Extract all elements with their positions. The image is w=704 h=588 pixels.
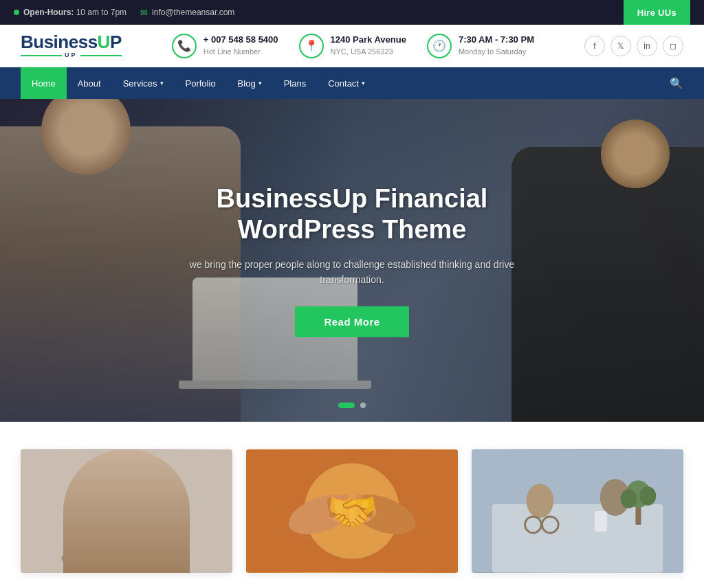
hours-dot-icon — [14, 10, 19, 15]
svg-rect-14 — [327, 497, 337, 518]
instagram-icon[interactable]: ◻ — [663, 36, 683, 56]
hero-section: BusinessUp Financial WordPress Theme we … — [0, 99, 704, 422]
linkedin-icon[interactable]: in — [637, 36, 657, 56]
nav-item-home[interactable]: Home — [21, 67, 67, 99]
svg-rect-16 — [354, 494, 363, 519]
svg-rect-8 — [89, 532, 164, 573]
svg-point-5 — [100, 460, 153, 501]
main-nav: Home About Services ▾ Porfolio Blog ▾ Pl… — [0, 67, 704, 99]
svg-point-6 — [107, 477, 146, 521]
svg-point-20 — [526, 484, 553, 518]
cards-section — [0, 422, 704, 587]
hours-contact: 🕐 7:30 AM - 7:30 PM Monday to Saturday — [427, 34, 534, 58]
social-icons: f 𝕏 in ◻ — [584, 36, 683, 56]
hero-title: BusinessUp Financial WordPress Theme — [187, 183, 517, 246]
top-bar-left: Open-Hours: 10 am to 7pm ✉ info@themeans… — [14, 8, 234, 18]
header-contacts: 📞 + 007 548 58 5400 Hot Line Number 📍 12… — [172, 34, 534, 58]
card-2 — [246, 449, 458, 573]
site-header: BusinessUP UP 📞 + 007 548 58 5400 Hot Li… — [0, 25, 704, 67]
hours-text: Open-Hours: 10 am to 7pm — [23, 8, 126, 17]
nav-links: Home About Services ▾ Porfolio Blog ▾ Pl… — [21, 67, 376, 99]
clock-icon: 🕐 — [427, 34, 452, 58]
hero-subtitle: we bring the proper people along to chal… — [187, 257, 517, 288]
card-1-svg — [21, 449, 232, 573]
contact-dropdown-icon: ▾ — [362, 80, 365, 87]
twitter-icon[interactable]: 𝕏 — [610, 36, 631, 56]
svg-rect-0 — [21, 450, 232, 573]
email-item: ✉ info@themeansar.com — [140, 8, 234, 18]
svg-rect-17 — [366, 497, 376, 518]
address-contact: 📍 1240 Park Avenue NYC, USA 256323 — [299, 34, 406, 58]
services-dropdown-icon: ▾ — [160, 80, 164, 87]
svg-rect-15 — [341, 494, 350, 519]
top-bar: Open-Hours: 10 am to 7pm ✉ info@themeans… — [0, 0, 704, 25]
facebook-icon[interactable]: f — [584, 36, 605, 56]
nav-item-portfolio[interactable]: Porfolio — [175, 67, 227, 99]
card-1-image — [21, 449, 232, 573]
svg-rect-25 — [595, 511, 607, 532]
read-more-button[interactable]: Read More — [295, 306, 408, 337]
slider-dots — [338, 403, 366, 408]
svg-point-1 — [102, 464, 151, 517]
site-logo[interactable]: BusinessUP UP — [21, 33, 122, 58]
phone-contact: 📞 + 007 548 58 5400 Hot Line Number — [172, 34, 278, 58]
card-3-svg — [472, 449, 683, 573]
nav-item-about[interactable]: About — [67, 67, 112, 99]
hire-us-button[interactable]: Hire UUs — [624, 0, 690, 25]
hours-info: 7:30 AM - 7:30 PM Monday to Saturday — [459, 34, 534, 57]
logo-sub: UP — [65, 52, 78, 58]
svg-rect-3 — [82, 545, 170, 552]
hero-content: BusinessUp Financial WordPress Theme we … — [173, 170, 531, 352]
logo-accent: U — [98, 32, 110, 52]
search-icon[interactable]: 🔍 — [670, 77, 683, 90]
svg-rect-7 — [85, 528, 167, 573]
email-text: info@themeansar.com — [152, 8, 234, 17]
address-info: 1240 Park Avenue NYC, USA 256323 — [331, 34, 406, 57]
svg-point-29 — [639, 486, 656, 506]
hours-item: Open-Hours: 10 am to 7pm — [14, 8, 126, 17]
card-1 — [21, 449, 232, 573]
card-2-svg — [246, 449, 458, 573]
svg-rect-2 — [75, 514, 177, 573]
logo-text: BusinessUP — [21, 33, 122, 51]
slider-dot-active[interactable] — [338, 403, 355, 408]
nav-item-contact[interactable]: Contact ▾ — [317, 67, 376, 99]
nav-item-plans[interactable]: Plans — [273, 67, 318, 99]
svg-rect-4 — [62, 556, 185, 561]
hero-person-right — [512, 147, 704, 422]
card-3 — [472, 449, 683, 573]
mail-icon: ✉ — [140, 8, 148, 18]
phone-icon: 📞 — [172, 34, 197, 58]
location-icon: 📍 — [299, 34, 324, 58]
card-3-image — [472, 449, 683, 573]
svg-point-13 — [328, 497, 376, 525]
slider-dot-2[interactable] — [360, 403, 366, 408]
card-2-image — [246, 449, 458, 573]
phone-info: + 007 548 58 5400 Hot Line Number — [204, 34, 278, 57]
nav-item-blog[interactable]: Blog ▾ — [227, 67, 273, 99]
svg-point-28 — [621, 489, 637, 508]
blog-dropdown-icon: ▾ — [258, 80, 262, 87]
nav-item-services[interactable]: Services ▾ — [112, 67, 175, 99]
